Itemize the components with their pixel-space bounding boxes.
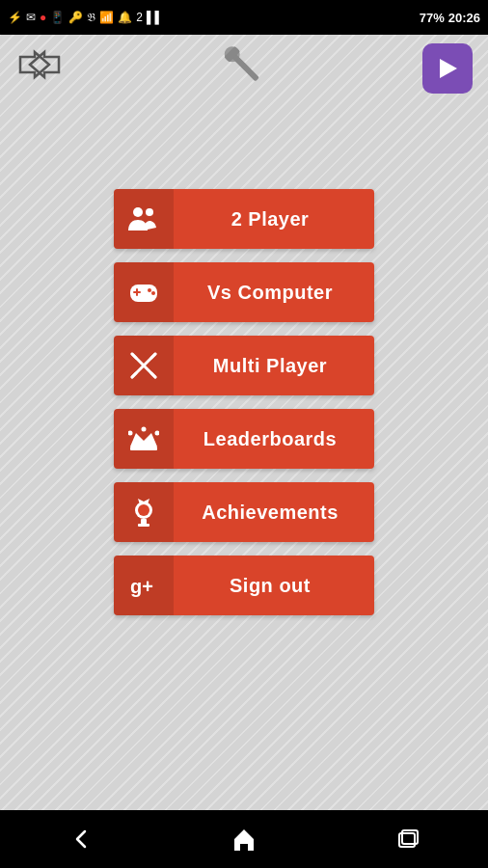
usb-icon: ⚡: [8, 11, 22, 24]
svg-point-19: [128, 431, 133, 436]
bottom-nav-bar: [0, 810, 488, 868]
settings-wrench-icon[interactable]: [214, 42, 272, 95]
play-store-icon[interactable]: [422, 43, 473, 94]
key-icon: 🔑: [68, 11, 83, 24]
battery-text: 77%: [420, 11, 445, 25]
svg-point-9: [148, 288, 151, 292]
two-player-label: 2 Player: [174, 208, 374, 231]
leaderboards-icon-area: [114, 409, 174, 469]
achievements-button[interactable]: Achievements: [114, 482, 374, 542]
svg-rect-18: [130, 447, 157, 450]
status-right: 77% 20:26: [420, 11, 480, 25]
sign-out-icon-area: g+: [114, 556, 174, 615]
svg-point-20: [142, 427, 147, 432]
svg-point-5: [146, 208, 153, 216]
svg-line-15: [151, 373, 155, 377]
gamepad-icon: [128, 277, 159, 308]
svg-point-4: [133, 207, 143, 217]
status-bar: ⚡ ✉ ● 📱 🔑 𝔅 📶 🔔 2 ▌▌ 77% 20:26: [0, 0, 488, 35]
vs-computer-button[interactable]: Vs Computer: [114, 262, 374, 322]
multi-player-label: Multi Player: [174, 355, 374, 377]
notif-icon: 🔔: [118, 11, 132, 24]
leaderboards-label: Leaderboards: [174, 428, 374, 450]
game-logo-icon: [15, 47, 64, 90]
two-player-icon-area: [114, 189, 174, 249]
wifi-icon: 📶: [99, 11, 114, 24]
sim-icon: 2: [136, 11, 143, 24]
svg-marker-3: [440, 59, 457, 78]
time-text: 20:26: [448, 11, 480, 25]
svg-marker-17: [130, 433, 157, 447]
vs-computer-label: Vs Computer: [174, 282, 374, 304]
svg-point-23: [138, 504, 149, 516]
multi-player-button[interactable]: Multi Player: [114, 336, 374, 395]
svg-line-16: [132, 354, 136, 358]
achievements-icon-area: [114, 482, 174, 542]
home-button[interactable]: [215, 820, 273, 858]
multi-player-icon-area: [114, 336, 174, 395]
status-left: ⚡ ✉ ● 📱 🔑 𝔅 📶 🔔 2 ▌▌: [8, 11, 163, 24]
players-icon: [128, 203, 159, 234]
gplus-icon: g+: [128, 570, 159, 601]
svg-rect-25: [138, 524, 149, 527]
top-bar: [0, 35, 488, 102]
swords-icon: [128, 350, 159, 381]
svg-point-21: [155, 431, 160, 436]
menu-area: 2 Player Vs Computer Mult: [0, 189, 488, 615]
sign-out-label: Sign out: [174, 575, 374, 597]
bluetooth-icon: 𝔅: [87, 11, 95, 24]
sign-out-button[interactable]: g+ Sign out: [114, 556, 374, 615]
dot-icon: ●: [40, 11, 46, 24]
crown-icon: [128, 423, 159, 454]
achievements-label: Achievements: [174, 502, 374, 524]
back-button[interactable]: [52, 820, 110, 858]
two-player-button[interactable]: 2 Player: [114, 189, 374, 249]
mail-icon: ✉: [26, 11, 36, 24]
svg-line-14: [151, 354, 155, 358]
signal-icon: ▌▌: [147, 11, 163, 24]
svg-rect-8: [136, 288, 138, 296]
svg-point-10: [151, 291, 155, 295]
leaderboards-button[interactable]: Leaderboards: [114, 409, 374, 469]
svg-line-13: [132, 373, 136, 377]
recent-apps-button[interactable]: [378, 820, 436, 858]
vs-computer-icon-area: [114, 262, 174, 322]
svg-text:g+: g+: [130, 576, 153, 597]
medal-icon: [128, 497, 159, 528]
phone-icon: 📱: [50, 11, 65, 24]
